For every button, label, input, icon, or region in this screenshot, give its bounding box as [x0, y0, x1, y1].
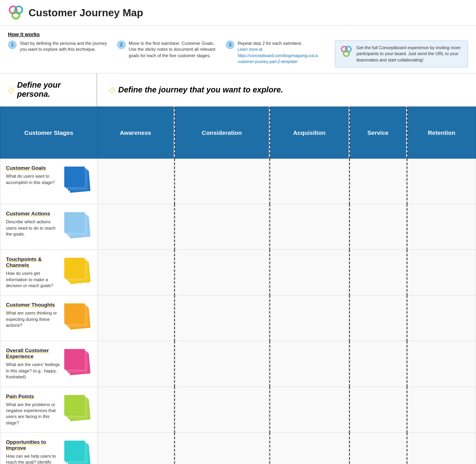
dashed-div-customer-thoughts-1 — [269, 295, 270, 341]
sticky-notes-pain-points — [64, 395, 90, 421]
column-headers-row: Customer Stages Awareness Consideration … — [0, 107, 476, 159]
col-header-acquisition: Acquisition — [270, 107, 348, 159]
row-label-customer-thoughts: Customer ThoughtsWhat are users thinking… — [0, 295, 98, 341]
sticky-notes-customer-actions — [64, 212, 90, 238]
step-2: 2 Move to the first swimlane: Customer G… — [117, 40, 220, 59]
col-header-retention: Retention — [407, 107, 476, 159]
dashed-div-customer-goals-0 — [173, 159, 175, 204]
stage-cell-customer-actions-0 — [98, 204, 174, 250]
stage-cell-opportunities-3 — [350, 433, 406, 464]
dashed-div-overall-experience-2 — [348, 341, 350, 387]
stage-cell-pain-points-4 — [407, 387, 476, 433]
stage-cell-customer-actions-1 — [175, 204, 269, 250]
row-label-customer-actions: Customer ActionsDescribe which actions u… — [0, 204, 98, 250]
row-label-touchpoints: Touchpoints & ChannelsHow do users get i… — [0, 250, 98, 295]
journey-section: ◇ Define the journey that you want to ex… — [97, 73, 476, 106]
dashed-div-customer-thoughts-0 — [173, 295, 175, 341]
how-it-works-title: How it works — [8, 31, 468, 37]
stage-cell-customer-thoughts-0 — [98, 295, 174, 341]
stage-cell-overall-experience-2 — [270, 341, 348, 387]
table-row: Customer ActionsDescribe which actions u… — [0, 204, 476, 250]
sticky-note — [64, 303, 85, 324]
step-1: 1 Start by defining the persona and the … — [8, 40, 111, 53]
dashed-div-customer-thoughts-2 — [348, 295, 350, 341]
how-it-works-banner: How it works 1 Start by defining the per… — [0, 26, 476, 73]
stage-cell-customer-goals-4 — [407, 159, 476, 204]
table-row: Touchpoints & ChannelsHow do users get i… — [0, 250, 476, 295]
main-table: Customer Stages Awareness Consideration … — [0, 107, 476, 464]
sticky-notes-overall-experience — [64, 349, 90, 375]
stage-cell-pain-points-2 — [270, 387, 348, 433]
dashed-div-customer-actions-3 — [406, 204, 407, 250]
dashed-div-customer-goals-3 — [406, 159, 407, 204]
dashed-div-opportunities-3 — [406, 433, 407, 464]
promo-box: Get the full Conceptboard experience by … — [335, 40, 468, 67]
persona-label: Define your persona. — [17, 81, 88, 99]
stage-cell-opportunities-4 — [407, 433, 476, 464]
stage-cell-customer-actions-2 — [270, 204, 348, 250]
dashed-div-overall-experience-0 — [173, 341, 175, 387]
stage-cell-opportunities-0 — [98, 433, 174, 464]
dashed-div-touchpoints-0 — [173, 250, 175, 295]
table-row: Opportunities to ImproveHow can we help … — [0, 433, 476, 464]
row-label-pain-points: Pain PointsWhat are the problems or nega… — [0, 387, 98, 433]
step-1-text: Start by defining the persona and the jo… — [20, 40, 111, 53]
stage-cell-customer-actions-4 — [407, 204, 476, 250]
journey-label: Define the journey that you want to expl… — [118, 85, 283, 94]
step-1-number: 1 — [8, 40, 17, 49]
step-3-number: 3 — [226, 40, 234, 49]
persona-section: ◇ Define your persona. — [0, 73, 97, 106]
stage-cell-customer-thoughts-2 — [270, 295, 348, 341]
row-label-opportunities: Opportunities to ImproveHow can we help … — [0, 433, 98, 464]
dashed-div-overall-experience-3 — [406, 341, 407, 387]
stage-cell-pain-points-0 — [98, 387, 174, 433]
dashed-div-opportunities-2 — [348, 433, 350, 464]
stage-cell-opportunities-1 — [175, 433, 269, 464]
dashed-div-touchpoints-2 — [348, 250, 350, 295]
dashed-div-touchpoints-3 — [406, 250, 407, 295]
stage-cell-overall-experience-3 — [350, 341, 406, 387]
dashed-div-touchpoints-1 — [269, 250, 270, 295]
dashed-div-customer-actions-2 — [348, 204, 350, 250]
row-label-overall-experience: Overall Customer ExperienceWhat are the … — [0, 341, 98, 387]
step-3: 3 Repeat step 2 for each swimlane. Learn… — [226, 40, 328, 65]
logo-icon — [8, 5, 24, 21]
stage-cell-pain-points-3 — [350, 387, 406, 433]
col-header-awareness: Awareness — [98, 107, 174, 159]
diamond-icon-1: ◇ — [8, 85, 14, 94]
stage-cell-customer-goals-2 — [270, 159, 348, 204]
sticky-note — [64, 441, 85, 461]
sticky-note — [64, 212, 85, 233]
dashed-div-pain-points-0 — [173, 387, 175, 433]
stage-cell-touchpoints-1 — [175, 250, 269, 295]
table-row: Pain PointsWhat are the problems or nega… — [0, 387, 476, 433]
stage-cell-overall-experience-4 — [407, 341, 476, 387]
stage-cell-touchpoints-4 — [407, 250, 476, 295]
dashed-div-opportunities-0 — [173, 433, 175, 464]
diamond-icon-2: ◇ — [109, 85, 115, 94]
dashed-div-customer-thoughts-3 — [406, 295, 407, 341]
steps-row: 1 Start by defining the persona and the … — [8, 40, 468, 67]
stage-cell-customer-thoughts-3 — [350, 295, 406, 341]
col-header-stages: Customer Stages — [0, 107, 98, 159]
stage-cell-touchpoints-3 — [350, 250, 406, 295]
stage-cell-pain-points-1 — [175, 387, 269, 433]
dashed-div-customer-actions-0 — [173, 204, 175, 250]
sticky-notes-customer-thoughts — [64, 303, 90, 329]
stage-cell-customer-actions-3 — [350, 204, 406, 250]
dashed-div-customer-goals-2 — [348, 159, 350, 204]
stage-cell-customer-thoughts-1 — [175, 295, 269, 341]
sticky-note — [64, 258, 85, 278]
table-row: Customer GoalsWhat do users want to acco… — [0, 159, 476, 204]
sticky-notes-customer-goals — [64, 167, 90, 192]
dashed-div-overall-experience-1 — [269, 341, 270, 387]
stage-cell-customer-goals-0 — [98, 159, 174, 204]
col-header-service: Service — [350, 107, 406, 159]
row-label-customer-goals: Customer GoalsWhat do users want to acco… — [0, 159, 98, 204]
stage-cell-customer-thoughts-4 — [407, 295, 476, 341]
dashed-div-customer-actions-1 — [269, 204, 270, 250]
stage-cell-touchpoints-2 — [270, 250, 348, 295]
dashed-div-pain-points-2 — [348, 387, 350, 433]
dashed-div-opportunities-1 — [269, 433, 270, 464]
dashed-div-customer-goals-1 — [269, 159, 270, 204]
